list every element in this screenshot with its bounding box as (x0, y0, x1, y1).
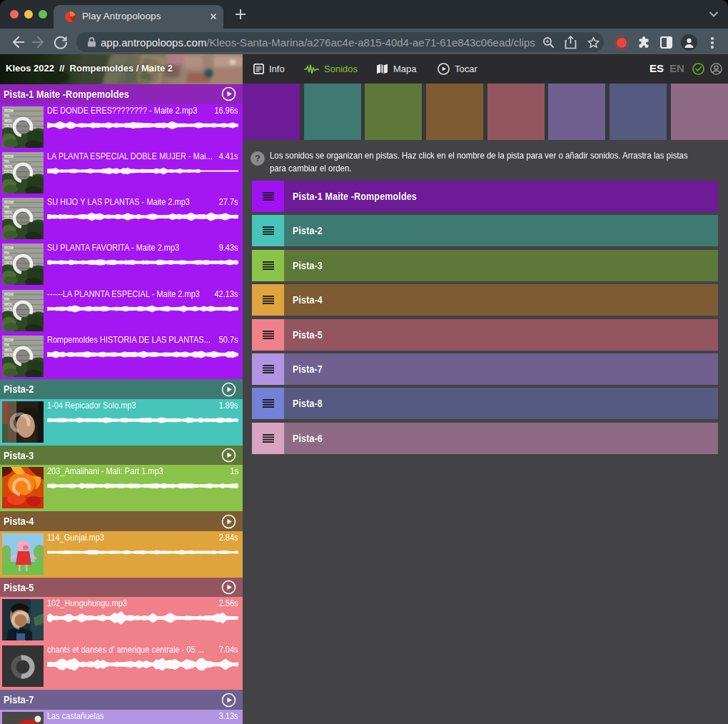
svg-text:PA: PA (4, 205, 9, 209)
svg-text:MOL: MOL (4, 210, 14, 214)
svg-text:ROM: ROM (4, 246, 14, 250)
svg-text:MOL: MOL (4, 256, 14, 260)
svg-text:PA: PA (4, 251, 9, 255)
svg-text:ROM: ROM (4, 109, 14, 113)
svg-text:ROM: ROM (4, 292, 14, 296)
svg-text:MOL: MOL (4, 348, 14, 352)
svg-text:PA: PA (4, 114, 9, 118)
svg-text:PA: PA (4, 343, 9, 347)
svg-text:DES: DES (4, 124, 13, 128)
svg-text:ROM: ROM (4, 154, 14, 159)
svg-text:ROM: ROM (4, 200, 14, 204)
svg-text:PA: PA (4, 297, 9, 301)
svg-text:DES: DES (4, 215, 13, 219)
svg-text:DES: DES (4, 307, 13, 311)
svg-text:DES: DES (4, 353, 13, 357)
svg-text:DES: DES (4, 169, 13, 174)
svg-text:MOL: MOL (4, 164, 14, 169)
svg-text:MOL: MOL (4, 119, 14, 123)
svg-text:PA: PA (4, 159, 9, 164)
svg-text:MOL: MOL (4, 302, 14, 306)
svg-text:ROM: ROM (4, 338, 14, 342)
svg-text:DES: DES (4, 261, 13, 265)
